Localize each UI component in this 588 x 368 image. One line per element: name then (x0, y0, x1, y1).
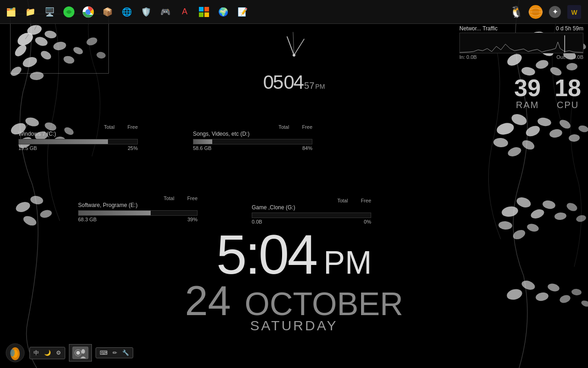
disk-c-fill (19, 139, 108, 144)
disk-c-total: 19.5 GB (18, 145, 37, 151)
svg-line-88 (294, 39, 304, 55)
ime-toolbar2: ⌨ ✏ 🔧 (96, 347, 133, 358)
update-icon[interactable] (60, 3, 78, 21)
ime-photo-btn[interactable] (69, 344, 92, 362)
svg-point-64 (559, 293, 571, 304)
svg-point-47 (493, 138, 509, 148)
disk-e-header: Total Free (78, 196, 198, 201)
avira-icon[interactable]: 🛡️ (137, 3, 155, 21)
bottom-bar: 中 🌙 ⚙ ⌨ ✏ 🔧 (5, 342, 133, 363)
svg-point-57 (498, 221, 512, 230)
svg-point-35 (535, 59, 549, 70)
svg-point-97 (76, 351, 80, 355)
clock-seconds: 57 (304, 80, 314, 91)
svg-line-89 (293, 32, 294, 55)
disk-d-container: Total Free Songs, Videos, etc (D:) 58.6 … (193, 124, 312, 164)
svg-point-56 (576, 214, 587, 223)
svg-text:W: W (571, 9, 577, 16)
svg-point-55 (565, 201, 579, 213)
svg-point-72 (86, 10, 90, 14)
svg-point-4 (44, 30, 57, 39)
svg-point-46 (578, 124, 588, 133)
system-tray: 🐧 ✦ W (508, 4, 586, 20)
svg-point-5 (22, 55, 39, 69)
app3-icon[interactable]: 🖥️ (40, 3, 59, 21)
chrome-icon[interactable] (79, 3, 97, 21)
network-graph (459, 33, 583, 53)
explorer-icon[interactable]: 🗂️ (2, 3, 20, 21)
ime-wrench-btn[interactable]: 🔧 (120, 349, 131, 357)
svg-point-45 (568, 134, 580, 142)
svg-point-44 (558, 118, 572, 131)
free-label-e: Free (187, 196, 198, 201)
ime-toolbar: 中 🌙 ⚙ (29, 347, 65, 359)
svg-point-90 (293, 54, 295, 57)
ie-icon[interactable]: 🌍 (214, 3, 232, 21)
ram-block: 39 RAM (514, 76, 541, 110)
disk-g-header: Total Free (252, 198, 371, 203)
big-day: 24 (185, 277, 231, 325)
svg-line-26 (34, 25, 37, 30)
rainmeter-icon[interactable] (5, 342, 26, 363)
svg-point-53 (542, 200, 556, 210)
free-label-d: Free (302, 124, 312, 130)
svg-line-25 (25, 34, 28, 39)
svg-point-1 (26, 23, 43, 36)
svg-line-87 (287, 37, 294, 55)
globe-tray-icon[interactable] (527, 4, 544, 20)
free-label-c: Free (127, 124, 138, 130)
svg-rect-76 (204, 12, 209, 17)
ime-settings-btn[interactable]: ⚙ (54, 349, 63, 357)
svg-point-37 (566, 63, 577, 71)
svg-point-21 (15, 200, 32, 214)
disk-g-widget: Total Free Game ,Clone (G:) 0.0B 0% (252, 198, 371, 224)
svg-point-0 (15, 30, 35, 48)
svg-point-60 (506, 288, 524, 301)
disk-d-fill (193, 139, 212, 144)
svg-point-49 (521, 138, 536, 151)
folder-icon[interactable]: 📁 (21, 3, 40, 21)
svg-point-11 (72, 46, 84, 56)
settings-tray-icon[interactable]: ✦ (547, 4, 563, 20)
taskbar: 🗂️ 📁 🖥️ 📦 🌐 🛡️ 🎮 A (0, 0, 588, 24)
acrobat-icon[interactable]: A (175, 3, 194, 21)
cpu-label: CPU (554, 100, 581, 110)
disk-d-name: Songs, Videos, etc (D:) (193, 131, 312, 137)
qq-icon[interactable]: 🐧 (508, 4, 525, 20)
app13-icon[interactable]: 📝 (233, 3, 252, 21)
total-label-e: Total (164, 196, 174, 201)
app6-icon[interactable]: 📦 (98, 3, 117, 21)
disk-g-bar (252, 213, 371, 218)
ram-value: 39 (514, 76, 541, 100)
svg-point-3 (13, 43, 28, 58)
n64-icon[interactable]: 🎮 (156, 3, 175, 21)
cpu-value: 18 (554, 76, 581, 100)
taskbar-icons: 🗂️ 📁 🖥️ 📦 🌐 🛡️ 🎮 A (2, 3, 508, 21)
ime-keyboard-btn[interactable]: ⌨ (98, 349, 109, 357)
disk-d-total: 58.6 GB (193, 145, 211, 151)
windows-flag-icon[interactable] (195, 3, 213, 21)
svg-point-59 (526, 223, 539, 233)
big-clock: 5:04 PM 24 OCTOBER SATURDAY (185, 227, 403, 334)
disk-g-name: Game ,Clone (G:) (252, 204, 371, 211)
disk-e-fill (79, 211, 151, 215)
network-title: Networ... Traffic 0 d 5h 59m (459, 25, 583, 32)
disk-c-widget: Total Free Windows 7 (C:) 19.5 GB 25% (18, 124, 138, 151)
big-month: OCTOBER (245, 286, 403, 322)
clock-hours: 05 (263, 71, 283, 93)
small-clock: 05 04 57 PM (263, 71, 325, 93)
ime-pencil-btn[interactable]: ✏ (111, 349, 119, 357)
svg-point-8 (62, 55, 75, 65)
ime-chinese-btn[interactable]: 中 (32, 348, 41, 358)
ime-moon-btn[interactable]: 🌙 (42, 349, 53, 357)
svg-point-43 (549, 128, 563, 139)
disk-e-total: 68.3 GB (78, 217, 96, 222)
network-in: In: 0.0B (459, 54, 477, 60)
app7-icon[interactable]: 🌐 (118, 3, 136, 21)
total-label-g: Total (337, 198, 348, 203)
svg-point-39 (496, 121, 515, 136)
svg-point-41 (524, 124, 541, 138)
svg-point-66 (581, 299, 588, 308)
wow-tray-icon[interactable]: W (566, 4, 582, 20)
disk-d-header: Total Free (193, 124, 312, 130)
